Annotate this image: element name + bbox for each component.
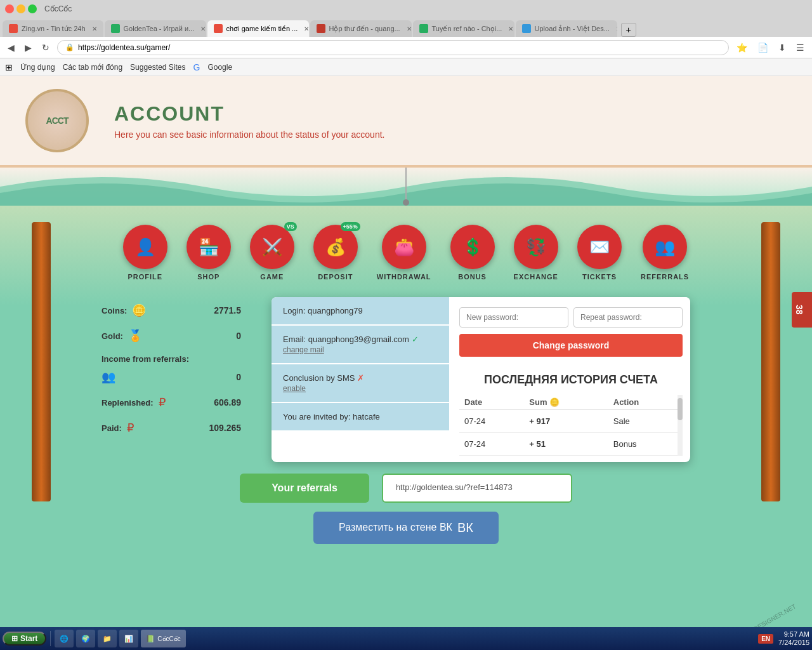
tab-favicon-gmail bbox=[317, 24, 325, 33]
nav-item-withdrawal[interactable]: 👛 WITHDRAWAL bbox=[377, 225, 431, 281]
browser-active-icon: 📗 bbox=[146, 635, 155, 643]
explorer-icon: 📁 bbox=[103, 635, 112, 643]
forward-button[interactable]: ▶ bbox=[22, 41, 34, 54]
bookmark-star-button[interactable]: ⭐ bbox=[734, 41, 750, 54]
shop-icon: 🏪 bbox=[199, 237, 219, 257]
taskbar-item-ie[interactable]: 🌍 bbox=[76, 630, 95, 647]
google-icon: G bbox=[193, 62, 200, 72]
sum-coin-icon: 🪙 bbox=[549, 397, 560, 407]
taskbar-item-coccoc[interactable]: 🌐 bbox=[55, 630, 74, 647]
tab-label-zing: Zing.vn - Tin tức 24h bbox=[22, 25, 86, 33]
change-password-button[interactable]: Change password bbox=[459, 334, 683, 357]
bookmark-google[interactable]: Google bbox=[207, 63, 232, 72]
nav-item-tickets[interactable]: ✉️ TICKETS bbox=[577, 225, 622, 281]
start-button[interactable]: ⊞ Start bbox=[3, 632, 46, 646]
notification-badge[interactable]: 38 bbox=[792, 292, 812, 328]
sms-enable-link[interactable]: enable bbox=[283, 384, 438, 393]
close-window-button[interactable] bbox=[5, 4, 14, 13]
coins-icon: 🪙 bbox=[132, 303, 146, 317]
vk-post-button[interactable]: Разместить на стене ВК ВК bbox=[313, 512, 499, 544]
lang-badge: EN bbox=[758, 634, 773, 644]
history-date-1: 07-24 bbox=[459, 432, 524, 455]
deposit-label: DEPOSIT bbox=[318, 273, 353, 281]
tab-choi-game[interactable]: chơi game kiếm tiền ... ✕ bbox=[207, 20, 309, 37]
sms-row: Conclusion by SMS ✗ enable bbox=[272, 364, 449, 403]
tickets-icon-bubble: ✉️ bbox=[577, 225, 622, 269]
tab-zing[interactable]: Zing.vn - Tin tức 24h ✕ bbox=[3, 20, 103, 37]
referrals-label: REFERRALS bbox=[641, 273, 689, 281]
minimize-window-button[interactable] bbox=[16, 4, 25, 13]
tab-close-ref[interactable]: ✕ bbox=[508, 25, 513, 32]
tab-upload[interactable]: Upload ảnh - Việt Des... ✕ bbox=[516, 20, 617, 37]
menu-button[interactable]: ☰ bbox=[794, 41, 807, 54]
reload-button[interactable]: ↻ bbox=[39, 41, 52, 54]
tab-close-zing[interactable]: ✕ bbox=[92, 25, 97, 32]
profile-label: PROFILE bbox=[128, 273, 162, 281]
deposit-icon-bubble: 💰 +55% bbox=[313, 225, 358, 269]
nav-item-referrals[interactable]: 👥 REFERRALS bbox=[641, 225, 689, 281]
exchange-icon: 💱 bbox=[526, 237, 546, 257]
invited-by-row: You are invited by: hatcafe bbox=[272, 403, 449, 432]
reader-mode-button[interactable]: 📄 bbox=[755, 41, 771, 54]
history-date-0: 07-24 bbox=[459, 409, 524, 432]
referral-link-box: http://goldentea.su/?ref=114873 bbox=[382, 474, 572, 503]
taskbar-item-explorer[interactable]: 📁 bbox=[98, 630, 117, 647]
tab-ref[interactable]: Tuyến ref nào - Chọi... ✕ bbox=[413, 20, 514, 37]
address-bar: ◀ ▶ ↻ 🔒 https://goldentea.su/gamer/ ⭐ 📄 … bbox=[0, 37, 812, 58]
history-scrollbar[interactable] bbox=[678, 395, 683, 456]
repeat-password-input[interactable] bbox=[573, 307, 683, 328]
tab-close-upload[interactable]: ✕ bbox=[616, 25, 617, 32]
game-icon-bubble: ⚔️ VS bbox=[250, 225, 294, 269]
rope-dot bbox=[403, 199, 409, 206]
tab-close-choi-game[interactable]: ✕ bbox=[304, 25, 308, 32]
nav-icons-row: 👤 PROFILE 🏪 SHOP ⚔️ VS GAME 💰 +55% DEPOS… bbox=[0, 212, 812, 287]
tab-close-goldentea[interactable]: ✕ bbox=[200, 25, 206, 32]
shop-icon-bubble: 🏪 bbox=[187, 225, 231, 269]
bookmark-suggested[interactable]: Suggested Sites bbox=[130, 63, 185, 72]
change-mail-link[interactable]: change mail bbox=[283, 345, 438, 354]
tab-label-choi-game: chơi game kiếm tiền ... bbox=[226, 25, 298, 33]
account-subtitle: Here you can see basic information about… bbox=[114, 129, 384, 140]
tab-label-ref: Tuyến ref nào - Chọi... bbox=[432, 25, 502, 33]
profile-icon-bubble: 👤 bbox=[123, 225, 167, 269]
bookmark-apps[interactable]: Ứng dụng bbox=[20, 63, 55, 72]
referrals-icon: 👥 bbox=[655, 237, 675, 257]
nav-item-profile[interactable]: 👤 PROFILE bbox=[123, 225, 167, 281]
window-title: CốcCốc bbox=[44, 4, 72, 13]
history-row-1: 07-24 + 51 Bonus bbox=[459, 432, 683, 455]
taskbar-item-excel[interactable]: 📊 bbox=[119, 630, 138, 647]
url-text: https://goldentea.su/gamer/ bbox=[78, 43, 170, 52]
sms-label: Conclusion by SMS bbox=[283, 373, 355, 383]
account-header: ACCT ACCOUNT Here you can see basic info… bbox=[0, 76, 812, 168]
maximize-window-button[interactable] bbox=[28, 4, 37, 13]
nav-item-exchange[interactable]: 💱 EXCHANGE bbox=[514, 225, 558, 281]
new-password-input[interactable] bbox=[459, 307, 568, 328]
deposit-badge: +55% bbox=[341, 222, 360, 231]
new-tab-button[interactable]: + bbox=[621, 23, 636, 37]
nav-item-shop[interactable]: 🏪 SHOP bbox=[187, 225, 231, 281]
back-button[interactable]: ◀ bbox=[5, 41, 17, 54]
download-button[interactable]: ⬇ bbox=[776, 41, 789, 54]
nav-item-deposit[interactable]: 💰 +55% DEPOSIT bbox=[313, 225, 358, 281]
tab-close-gmail[interactable]: ✕ bbox=[407, 25, 412, 32]
stat-row-replenished: Replenished: ₽ 606.89 bbox=[102, 395, 241, 409]
taskbar-right: EN 9:57 AM 7/24/2015 bbox=[758, 630, 809, 647]
tickets-label: TICKETS bbox=[582, 273, 617, 281]
nav-item-game[interactable]: ⚔️ VS GAME bbox=[250, 225, 294, 281]
tab-goldentea[interactable]: GoldenTea - Играй и... ✕ bbox=[105, 20, 206, 37]
account-logo-text: ACCT bbox=[46, 116, 69, 126]
taskbar-item-browser-active[interactable]: 📗 CốcCốc bbox=[141, 630, 185, 647]
nav-item-bonus[interactable]: 💲 BONUS bbox=[450, 225, 495, 281]
url-box[interactable]: 🔒 https://goldentea.su/gamer/ bbox=[57, 40, 729, 55]
exchange-icon-bubble: 💱 bbox=[514, 225, 558, 269]
tab-gmail[interactable]: Hộp thư đến - quang... ✕ bbox=[310, 20, 412, 37]
bookmark-recent-tabs[interactable]: Các tab mới đóng bbox=[63, 63, 122, 72]
withdrawal-icon: 👛 bbox=[394, 237, 414, 257]
taskbar-separator-1 bbox=[50, 631, 51, 646]
tab-favicon-choi-game bbox=[214, 24, 223, 33]
your-referrals-button[interactable]: Your referrals bbox=[240, 474, 369, 503]
coins-label: Coins: bbox=[102, 306, 127, 315]
login-row: Login: quangphong79 bbox=[272, 297, 449, 326]
history-scroll-thumb[interactable] bbox=[678, 398, 683, 420]
password-section: Change password bbox=[449, 297, 690, 367]
